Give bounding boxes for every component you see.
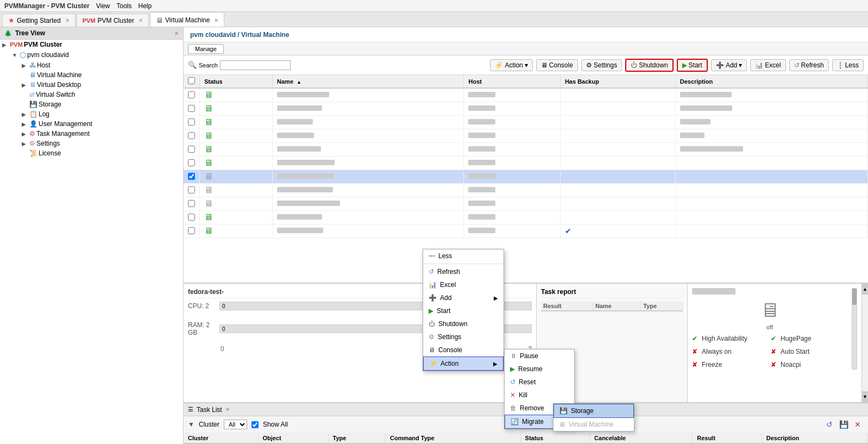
props-scrollbar-thumb[interactable] bbox=[852, 289, 857, 305]
tab-pvm-cluster[interactable]: PVM PVM Cluster ✕ bbox=[77, 14, 149, 27]
migrate-sub-vm[interactable]: 🖥 Virtual Machine bbox=[553, 418, 634, 431]
ctx-less[interactable]: ⋯ Less bbox=[423, 249, 504, 262]
tasklist-close[interactable]: ✕ bbox=[225, 407, 230, 412]
row-host-9 bbox=[464, 211, 560, 224]
host-icon: 🖧 bbox=[29, 61, 36, 69]
tree-view-close[interactable]: ✕ bbox=[174, 30, 179, 36]
menu-view[interactable]: View bbox=[96, 2, 110, 10]
task-col-result: Result bbox=[541, 302, 593, 311]
sidebar-item-license[interactable]: ▶ 📜 License bbox=[0, 148, 183, 158]
vm-migrate-label: Virtual Machine bbox=[569, 421, 614, 428]
action-sub-pause[interactable]: ⏸ Pause bbox=[505, 349, 574, 362]
sidebar-item-cluster-header[interactable]: ▶ PVM PVM Cluster bbox=[0, 40, 183, 49]
sidebar-item-virtual-machine[interactable]: ▶ 🖥 Virtual Machine bbox=[0, 70, 183, 80]
tab-getting-started-label: Getting Started bbox=[17, 17, 61, 24]
tab-virtual-machine[interactable]: 🖥 Virtual Machine ✕ bbox=[150, 12, 225, 27]
ctx-settings[interactable]: ⚙ Settings bbox=[423, 330, 504, 343]
table-row: 🖥✔ bbox=[184, 224, 868, 238]
start-button[interactable]: ▶ Start bbox=[677, 59, 708, 72]
sidebar-item-log[interactable]: ▶ 📋 Log bbox=[0, 109, 183, 119]
sidebar-item-settings[interactable]: ▶ ⚙ Settings bbox=[0, 139, 183, 148]
ctx-action[interactable]: ⚡ Action ▶ bbox=[423, 357, 504, 371]
tasklist-refresh-icon[interactable]: ↺ bbox=[823, 418, 835, 430]
select-all-checkbox[interactable] bbox=[188, 77, 195, 84]
noacpi-check: ✘ bbox=[771, 361, 776, 368]
auto-start-label: Auto Start bbox=[781, 348, 809, 355]
search-input[interactable] bbox=[220, 60, 291, 70]
ctx-start[interactable]: ▶ Start bbox=[423, 304, 504, 317]
excel-button[interactable]: 📊 Excel bbox=[750, 59, 785, 71]
migrate-sub-storage[interactable]: 💾 Storage bbox=[553, 404, 634, 418]
row-checkbox-7[interactable] bbox=[188, 186, 195, 193]
row-checkbox-8[interactable] bbox=[188, 200, 195, 207]
scroll-track bbox=[862, 295, 868, 391]
license-icon: 📜 bbox=[29, 149, 37, 157]
sidebar-item-pvm-cloudavid[interactable]: ▼ ⬡ pvm cloudavid bbox=[0, 49, 183, 60]
action-sub-reset[interactable]: ↺ Reset bbox=[505, 376, 574, 389]
row-checkbox-10[interactable] bbox=[188, 227, 195, 234]
row-checkbox-9[interactable] bbox=[188, 214, 195, 221]
tab-bar: ★ Getting Started ✕ PVM PVM Cluster ✕ 🖥 … bbox=[0, 12, 868, 27]
row-checkbox-2[interactable] bbox=[188, 118, 195, 126]
tab-pvm-cluster-close[interactable]: ✕ bbox=[139, 17, 143, 23]
row-hasbackup-9 bbox=[560, 211, 675, 224]
shutdown-button[interactable]: ⏻ Shutdown bbox=[625, 59, 673, 72]
main-scrollbar[interactable]: ▲ ▼ bbox=[861, 284, 868, 402]
scroll-down[interactable]: ▼ bbox=[862, 391, 868, 402]
ctx-add[interactable]: ➕ Add ▶ bbox=[423, 291, 504, 304]
tab-pvm-cluster-icon: PVM bbox=[83, 17, 96, 24]
row-checkbox-5[interactable] bbox=[188, 159, 195, 166]
tasklist-save-icon[interactable]: 💾 bbox=[838, 418, 850, 430]
sidebar-item-host[interactable]: ▶ 🖧 Host bbox=[0, 60, 183, 70]
reset-icon: ↺ bbox=[510, 378, 515, 386]
sidebar-item-storage[interactable]: ▶ 💾 Storage bbox=[0, 99, 183, 109]
menu-help[interactable]: Help bbox=[139, 2, 152, 10]
console-button[interactable]: 🖥 Console bbox=[536, 59, 578, 71]
props-scrollbar[interactable] bbox=[852, 288, 857, 370]
row-checkbox-1[interactable] bbox=[188, 105, 195, 112]
show-all-checkbox[interactable] bbox=[251, 421, 259, 428]
ctx-refresh[interactable]: ↺ Refresh bbox=[423, 265, 504, 278]
cluster-filter-select[interactable]: All bbox=[224, 420, 247, 429]
table-row: 🖥 bbox=[184, 184, 868, 197]
prop-always-on: ✘ Always on bbox=[692, 348, 769, 355]
sidebar-item-task-management[interactable]: ▶ ⚙ Task Management bbox=[0, 129, 183, 139]
row-status-1: 🖥 bbox=[200, 102, 273, 116]
row-host-7 bbox=[464, 184, 560, 197]
host-expand-icon: ▶ bbox=[22, 62, 28, 68]
row-checkbox-0[interactable] bbox=[188, 91, 195, 98]
action-icon: ⚡ bbox=[495, 61, 503, 69]
tasklist-col-type: Type bbox=[328, 433, 385, 443]
settings-button[interactable]: ⚙ Settings bbox=[581, 59, 622, 71]
tab-getting-started[interactable]: ★ Getting Started ✕ bbox=[2, 14, 76, 27]
row-checkbox-6[interactable] bbox=[188, 173, 195, 180]
tasklist-col-object: Object bbox=[258, 433, 328, 443]
action-button[interactable]: ⚡ Action ▾ bbox=[490, 59, 532, 71]
action-sub-kill[interactable]: ✕ Kill bbox=[505, 389, 574, 402]
tab-getting-started-close[interactable]: ✕ bbox=[65, 17, 70, 23]
ctx-shutdown[interactable]: ⏻ Shutdown bbox=[423, 317, 504, 330]
ctx-excel[interactable]: 📊 Excel bbox=[423, 278, 504, 291]
sidebar-item-virtual-switch[interactable]: ▶ ⇄ Virtual Switch bbox=[0, 90, 183, 99]
tab-virtual-machine-label: Virtual Machine bbox=[165, 16, 210, 24]
action-sub-resume[interactable]: ▶ Resume bbox=[505, 362, 574, 376]
task-expand-icon: ▶ bbox=[22, 131, 28, 137]
row-checkbox-4[interactable] bbox=[188, 146, 195, 153]
tasklist-col-cancelable: Cancelable bbox=[590, 433, 693, 443]
ctx-refresh-icon: ↺ bbox=[429, 268, 434, 276]
app-title: PVMManager - PVM Cluster bbox=[4, 2, 90, 10]
sidebar-item-virtual-desktop[interactable]: ▶ 🖥 Virtual Desktop bbox=[0, 80, 183, 90]
excel-label: Excel bbox=[765, 61, 781, 69]
scroll-up[interactable]: ▲ bbox=[862, 284, 868, 295]
ctx-console[interactable]: 🖥 Console bbox=[423, 343, 504, 357]
menu-tools[interactable]: Tools bbox=[117, 2, 132, 10]
always-on-check: ✘ bbox=[692, 348, 697, 355]
sidebar-item-user-management[interactable]: ▶ 👤 User Management bbox=[0, 119, 183, 129]
row-checkbox-3[interactable] bbox=[188, 132, 195, 139]
tasklist-close-icon[interactable]: ✕ bbox=[852, 418, 864, 430]
refresh-button[interactable]: ↺ Refresh bbox=[789, 59, 829, 71]
less-button[interactable]: ⋮ Less bbox=[832, 59, 864, 71]
tab-virtual-machine-close[interactable]: ✕ bbox=[214, 17, 218, 23]
manage-tab[interactable]: Manage bbox=[188, 44, 224, 54]
add-button[interactable]: ➕ Add ▾ bbox=[711, 59, 747, 71]
